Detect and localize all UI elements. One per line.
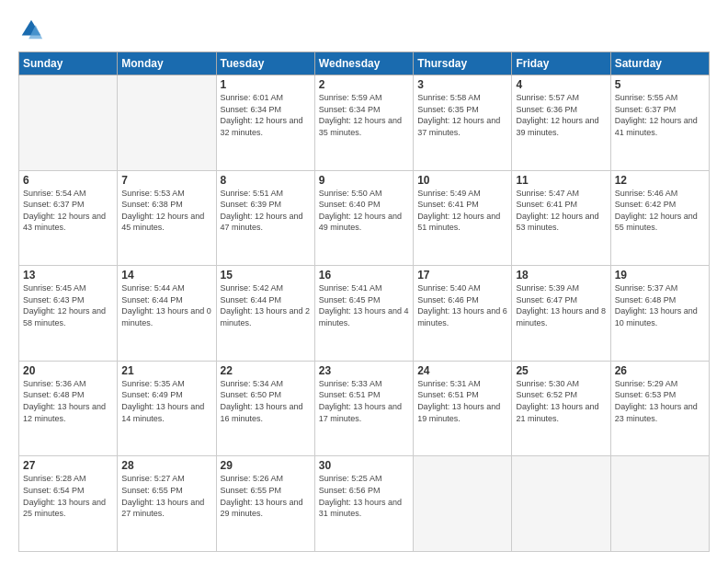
calendar-cell: 21Sunrise: 5:35 AM Sunset: 6:49 PM Dayli… [118,361,216,456]
calendar-cell [610,456,709,552]
day-number: 23 [319,364,409,377]
calendar-table: SundayMondayTuesdayWednesdayThursdayFrid… [18,52,710,552]
calendar-week-4: 27Sunrise: 5:28 AM Sunset: 6:54 PM Dayli… [19,456,710,552]
day-info: Sunrise: 5:50 AM Sunset: 6:40 PM Dayligh… [319,188,409,234]
calendar-cell: 28Sunrise: 5:27 AM Sunset: 6:55 PM Dayli… [118,456,216,552]
day-info: Sunrise: 5:39 AM Sunset: 6:47 PM Dayligh… [516,282,606,328]
day-info: Sunrise: 5:35 AM Sunset: 6:49 PM Dayligh… [121,378,211,424]
day-number: 2 [319,78,409,91]
day-info: Sunrise: 5:25 AM Sunset: 6:56 PM Dayligh… [319,473,409,519]
calendar-cell: 22Sunrise: 5:34 AM Sunset: 6:50 PM Dayli… [216,361,314,456]
calendar-cell: 4Sunrise: 5:57 AM Sunset: 6:36 PM Daylig… [512,75,610,171]
day-number: 30 [319,459,409,472]
calendar-cell [512,456,610,552]
day-info: Sunrise: 5:58 AM Sunset: 6:35 PM Dayligh… [417,92,507,138]
day-info: Sunrise: 5:45 AM Sunset: 6:43 PM Dayligh… [23,282,113,328]
calendar-cell [414,456,512,552]
calendar-cell: 16Sunrise: 5:41 AM Sunset: 6:45 PM Dayli… [314,266,413,362]
calendar-cell: 30Sunrise: 5:25 AM Sunset: 6:56 PM Dayli… [314,456,413,552]
calendar-cell: 18Sunrise: 5:39 AM Sunset: 6:47 PM Dayli… [512,266,610,362]
calendar-cell: 20Sunrise: 5:36 AM Sunset: 6:48 PM Dayli… [19,361,118,456]
day-info: Sunrise: 5:51 AM Sunset: 6:39 PM Dayligh… [221,188,311,234]
day-info: Sunrise: 5:31 AM Sunset: 6:51 PM Dayligh… [417,378,507,424]
calendar-cell: 14Sunrise: 5:44 AM Sunset: 6:44 PM Dayli… [118,266,216,362]
calendar-cell: 3Sunrise: 5:58 AM Sunset: 6:35 PM Daylig… [414,75,512,171]
day-info: Sunrise: 5:41 AM Sunset: 6:45 PM Dayligh… [319,282,409,328]
day-info: Sunrise: 5:49 AM Sunset: 6:41 PM Dayligh… [417,188,507,234]
weekday-header-monday: Monday [118,52,216,75]
day-number: 28 [121,459,211,472]
calendar-cell: 13Sunrise: 5:45 AM Sunset: 6:43 PM Dayli… [19,266,118,362]
day-info: Sunrise: 5:27 AM Sunset: 6:55 PM Dayligh… [121,473,211,519]
day-number: 29 [221,459,311,472]
day-number: 16 [319,269,409,282]
day-number: 22 [221,364,311,377]
day-number: 8 [221,174,311,187]
weekday-header-sunday: Sunday [19,52,118,75]
day-info: Sunrise: 5:40 AM Sunset: 6:46 PM Dayligh… [417,282,507,328]
day-number: 26 [615,364,705,377]
day-info: Sunrise: 5:34 AM Sunset: 6:50 PM Dayligh… [221,378,311,424]
calendar-cell: 6Sunrise: 5:54 AM Sunset: 6:37 PM Daylig… [19,170,118,266]
header [18,17,710,42]
calendar-cell: 5Sunrise: 5:55 AM Sunset: 6:37 PM Daylig… [610,75,709,171]
day-number: 15 [221,269,311,282]
logo-icon [18,17,44,42]
day-number: 27 [23,459,113,472]
day-number: 25 [516,364,606,377]
day-number: 1 [221,78,311,91]
calendar-cell: 19Sunrise: 5:37 AM Sunset: 6:48 PM Dayli… [610,266,709,362]
day-number: 17 [417,269,507,282]
day-info: Sunrise: 5:28 AM Sunset: 6:54 PM Dayligh… [23,473,113,519]
calendar-cell: 27Sunrise: 5:28 AM Sunset: 6:54 PM Dayli… [19,456,118,552]
calendar-week-1: 6Sunrise: 5:54 AM Sunset: 6:37 PM Daylig… [19,170,710,266]
day-info: Sunrise: 5:36 AM Sunset: 6:48 PM Dayligh… [23,378,113,424]
page: SundayMondayTuesdayWednesdayThursdayFrid… [0,0,728,563]
day-info: Sunrise: 5:57 AM Sunset: 6:36 PM Dayligh… [516,92,606,138]
weekday-header-wednesday: Wednesday [314,52,413,75]
weekday-header-thursday: Thursday [414,52,512,75]
calendar-cell: 26Sunrise: 5:29 AM Sunset: 6:53 PM Dayli… [610,361,709,456]
calendar-cell: 23Sunrise: 5:33 AM Sunset: 6:51 PM Dayli… [314,361,413,456]
day-number: 6 [23,174,113,187]
day-number: 11 [516,174,606,187]
calendar-cell: 12Sunrise: 5:46 AM Sunset: 6:42 PM Dayli… [610,170,709,266]
day-number: 7 [121,174,211,187]
calendar-cell: 10Sunrise: 5:49 AM Sunset: 6:41 PM Dayli… [414,170,512,266]
weekday-header-row: SundayMondayTuesdayWednesdayThursdayFrid… [19,52,710,75]
day-number: 12 [615,174,705,187]
calendar-body: 1Sunrise: 6:01 AM Sunset: 6:34 PM Daylig… [19,75,710,552]
calendar-header: SundayMondayTuesdayWednesdayThursdayFrid… [19,52,710,75]
calendar-cell: 7Sunrise: 5:53 AM Sunset: 6:38 PM Daylig… [118,170,216,266]
day-info: Sunrise: 5:59 AM Sunset: 6:34 PM Dayligh… [319,92,409,138]
day-info: Sunrise: 5:30 AM Sunset: 6:52 PM Dayligh… [516,378,606,424]
day-info: Sunrise: 5:53 AM Sunset: 6:38 PM Dayligh… [121,188,211,234]
day-info: Sunrise: 5:29 AM Sunset: 6:53 PM Dayligh… [615,378,705,424]
calendar-week-2: 13Sunrise: 5:45 AM Sunset: 6:43 PM Dayli… [19,266,710,362]
day-info: Sunrise: 6:01 AM Sunset: 6:34 PM Dayligh… [221,92,311,138]
calendar-cell: 1Sunrise: 6:01 AM Sunset: 6:34 PM Daylig… [216,75,314,171]
day-info: Sunrise: 5:47 AM Sunset: 6:41 PM Dayligh… [516,188,606,234]
calendar-week-0: 1Sunrise: 6:01 AM Sunset: 6:34 PM Daylig… [19,75,710,171]
weekday-header-tuesday: Tuesday [216,52,314,75]
day-number: 4 [516,78,606,91]
calendar-cell: 17Sunrise: 5:40 AM Sunset: 6:46 PM Dayli… [414,266,512,362]
day-number: 21 [121,364,211,377]
weekday-header-saturday: Saturday [610,52,709,75]
logo [18,17,48,42]
day-info: Sunrise: 5:46 AM Sunset: 6:42 PM Dayligh… [615,188,705,234]
calendar-cell: 8Sunrise: 5:51 AM Sunset: 6:39 PM Daylig… [216,170,314,266]
day-info: Sunrise: 5:26 AM Sunset: 6:55 PM Dayligh… [221,473,311,519]
weekday-header-friday: Friday [512,52,610,75]
day-number: 19 [615,269,705,282]
calendar-week-3: 20Sunrise: 5:36 AM Sunset: 6:48 PM Dayli… [19,361,710,456]
day-info: Sunrise: 5:42 AM Sunset: 6:44 PM Dayligh… [221,282,311,328]
calendar-cell: 24Sunrise: 5:31 AM Sunset: 6:51 PM Dayli… [414,361,512,456]
calendar-cell: 29Sunrise: 5:26 AM Sunset: 6:55 PM Dayli… [216,456,314,552]
day-info: Sunrise: 5:55 AM Sunset: 6:37 PM Dayligh… [615,92,705,138]
day-number: 14 [121,269,211,282]
calendar-cell [19,75,118,171]
day-number: 18 [516,269,606,282]
day-info: Sunrise: 5:54 AM Sunset: 6:37 PM Dayligh… [23,188,113,234]
day-number: 13 [23,269,113,282]
